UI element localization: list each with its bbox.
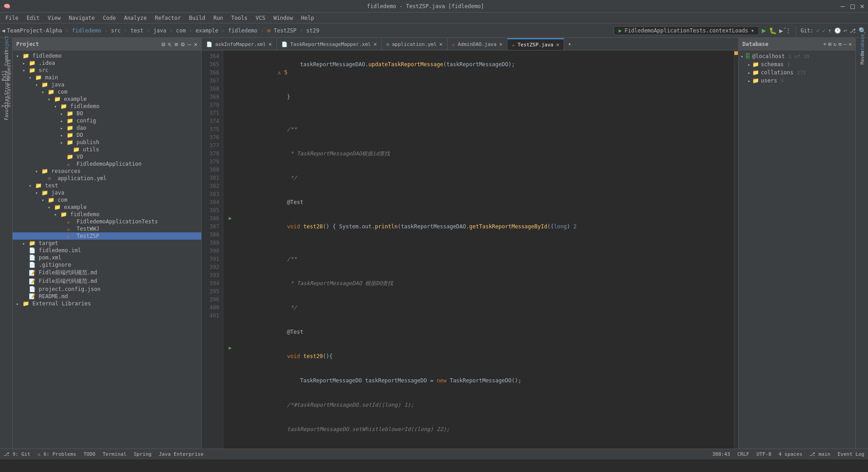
project-minus-icon[interactable]: — (187, 41, 191, 48)
java-enterprise-status[interactable]: Java Enterprise (159, 451, 203, 457)
run-line-btn-379[interactable]: ▶ (229, 344, 235, 352)
database-tab-icon[interactable]: Database (857, 40, 868, 50)
indent[interactable]: 4 spaces (778, 451, 802, 457)
tree-item-dao[interactable]: ▸ 📁 dao (13, 124, 201, 132)
maven-tab-icon[interactable]: Maven (857, 52, 868, 63)
project-gear-icon[interactable]: ⚙ (181, 41, 185, 48)
menu-analyze[interactable]: Analyze (120, 14, 150, 22)
tab-close-icon[interactable]: ✕ (556, 41, 559, 48)
terminal-status[interactable]: Terminal (103, 451, 127, 457)
tree-item-main[interactable]: ▾ 📁 main (13, 74, 201, 81)
menu-refactor[interactable]: Refactor (151, 14, 185, 22)
tab-taskreportmessagemapper[interactable]: 📄 TaskReportMessageMapper.xml ✕ (277, 38, 382, 50)
code-editor[interactable]: taskReportMessageDAO.updateTaskReportMes… (223, 50, 738, 449)
tab-close-icon[interactable]: ✕ (499, 41, 502, 47)
run-config-arrow[interactable]: ▾ (751, 27, 754, 34)
tree-item-backend-md[interactable]: 📝 Fidle后端代码规范.md (13, 277, 201, 286)
git-branch[interactable]: ⎇ (850, 27, 856, 34)
breadcrumb-example[interactable]: example (196, 27, 219, 34)
breadcrumb-fidledemo2[interactable]: fidledemo (228, 27, 258, 34)
db-refresh-icon[interactable]: ↻ (833, 41, 836, 47)
db-schemas[interactable]: ▸ 📁 schemas 1 (739, 60, 855, 68)
project-collapse-icon[interactable]: ⇱ (168, 41, 172, 48)
breadcrumb-src[interactable]: src (111, 27, 121, 34)
tree-item-config[interactable]: ▸ 📁 config (13, 117, 201, 124)
tree-item-application-yml[interactable]: ⚙ application.yml (13, 175, 201, 182)
tab-askinfomapper[interactable]: 📄 askInfoMapper.xml ✕ (202, 38, 277, 50)
tree-item-test[interactable]: ▾ 📁 test (13, 182, 201, 189)
run-config-selector[interactable]: ▶ FidledemoApplicationTests.contextLoads… (614, 26, 759, 35)
breadcrumb-com[interactable]: com (176, 27, 186, 34)
project-panel-actions[interactable]: ⚙ ⇱ ≡ ⚙ — ✕ (161, 41, 198, 48)
close-button[interactable]: ✕ (860, 2, 864, 10)
title-right[interactable]: — □ ✕ (841, 2, 864, 10)
project-expand-icon[interactable]: ≡ (174, 41, 178, 48)
tree-item-testzsp[interactable]: ☕ TestZSP (13, 232, 201, 240)
tree-item-fidledemo-app-tests[interactable]: ☕ FidledemoApplicationTests (13, 218, 201, 225)
menu-tools[interactable]: Tools (228, 14, 251, 22)
line-ending[interactable]: CRLF (737, 451, 750, 457)
menu-build[interactable]: Build (185, 14, 209, 22)
tab-testzsp[interactable]: ☕ TestZSP.java ✕ (507, 38, 564, 50)
tab-close-icon[interactable]: ✕ (269, 41, 272, 47)
tree-item-example-test[interactable]: ▾ 📁 example (13, 204, 201, 211)
project-tab-icon[interactable]: Project (1, 40, 12, 50)
tree-item-frontend-md[interactable]: 📝 Fidle前端代码规范.md (13, 268, 201, 277)
git-check2[interactable]: ✓ (822, 27, 825, 34)
tree-item-bo[interactable]: ▸ 📁 BO (13, 110, 201, 117)
problems-status[interactable]: ⚠ 6: Problems (37, 451, 76, 457)
tree-item-fidledemo[interactable]: ▾ 📁 fidledemo (13, 52, 201, 59)
git-branch[interactable]: ⎇ main (809, 451, 830, 457)
run-line-btn-371[interactable]: ▶ (229, 214, 235, 222)
git-clock[interactable]: 🕐 (834, 27, 841, 34)
tree-item-idea[interactable]: ▸ 📁 .idea (13, 59, 201, 67)
db-connection[interactable]: ▾ 🗄 @localhost 1 of 10 (739, 52, 855, 60)
menu-vcs[interactable]: VCS (252, 14, 269, 22)
menu-run[interactable]: Run (210, 14, 227, 22)
menu-file[interactable]: File (2, 14, 22, 22)
tab-close-icon[interactable]: ✕ (439, 41, 443, 47)
db-table-icon[interactable]: ⊞ (828, 41, 832, 47)
tree-item-testwwj[interactable]: ☕ TestWWJ (13, 225, 201, 232)
tree-item-readme[interactable]: 📝 README.md (13, 293, 201, 300)
breadcrumb-fidledemo[interactable]: fidledemo (72, 27, 101, 34)
db-settings-icon[interactable]: ⚙ (838, 41, 841, 47)
encoding[interactable]: UTF-8 (756, 451, 771, 457)
tree-item-vo[interactable]: 📁 VO (13, 153, 201, 160)
menu-help[interactable]: Help (298, 14, 318, 22)
db-collations[interactable]: ▸ 📁 collations 272 (739, 68, 855, 77)
minimize-button[interactable]: — (841, 2, 845, 10)
breadcrumb-testzsp[interactable]: ⚙ (267, 27, 271, 34)
more-run-button[interactable]: ⋮ (786, 27, 791, 34)
tree-item-fidledemo-test[interactable]: ▾ 📁 fidledemo (13, 211, 201, 218)
tree-item-com[interactable]: ▾ 📁 com (13, 88, 201, 95)
menu-edit[interactable]: Edit (23, 14, 43, 22)
project-settings-icon[interactable]: ⚙ (161, 41, 165, 48)
tree-item-publish[interactable]: ▸ 📁 publish (13, 139, 201, 146)
git-push[interactable]: ↑ (828, 27, 832, 34)
breadcrumb-testzsp-label[interactable]: TestZSP (274, 27, 297, 34)
project-hide-icon[interactable]: ✕ (194, 41, 198, 48)
tree-item-external-libs[interactable]: ▸ 📁 External Libraries (13, 300, 201, 307)
tree-item-com-test[interactable]: ▾ 📁 com (13, 196, 201, 204)
tree-item-utils[interactable]: 📁 utils (13, 146, 201, 153)
spring-status[interactable]: Spring (134, 451, 152, 457)
coverage-button[interactable]: ▶̈ (779, 27, 783, 34)
menu-window[interactable]: Window (270, 14, 296, 22)
tree-item-iml[interactable]: 📄 fidledemo.iml (13, 247, 201, 254)
search-everywhere[interactable]: 🔍 (859, 27, 866, 34)
tree-item-fidledemo-app[interactable]: ☕ FidledemoApplication (13, 160, 201, 168)
menu-view[interactable]: View (44, 14, 64, 22)
tree-item-example[interactable]: ▾ 📁 example (13, 95, 201, 103)
tree-item-fidledemo2[interactable]: ▾ 📁 fidledemo (13, 103, 201, 110)
tab-admindao[interactable]: ☕ AdminDAO.java ✕ (448, 38, 507, 50)
db-add-icon[interactable]: + (823, 41, 827, 47)
menu-navigate[interactable]: Navigate (65, 14, 99, 22)
git-check[interactable]: ✓ (816, 27, 819, 34)
breadcrumb-test[interactable]: test (131, 27, 144, 34)
tab-close-icon[interactable]: ✕ (374, 41, 377, 47)
db-hide-icon[interactable]: ✕ (849, 41, 852, 47)
tree-item-java-test[interactable]: ▾ 📁 java (13, 189, 201, 196)
favorites-tab-icon[interactable]: Favorites (1, 103, 12, 113)
tab-applicationyml[interactable]: ⚙ application.yml ✕ (382, 38, 448, 50)
